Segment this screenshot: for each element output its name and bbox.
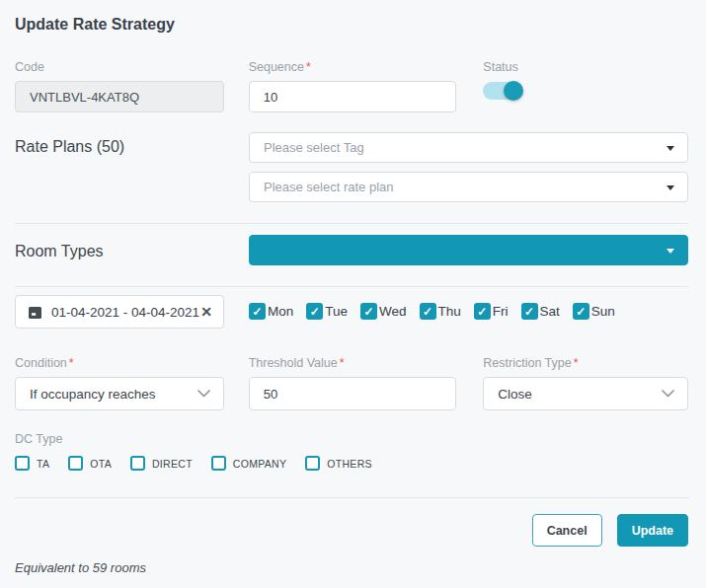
chevron-down-icon: [197, 390, 210, 398]
checkbox-sat[interactable]: ✓ Sat: [521, 303, 560, 320]
code-field: [15, 81, 224, 112]
required-asterisk: *: [69, 356, 74, 370]
cancel-button[interactable]: Cancel: [532, 514, 602, 547]
row-room-types: Room Types: [15, 235, 688, 265]
row-date-days: 01-04-2021 - 04-04-2021 ✕ ✓ Mon ✓ Tue ✓ …: [15, 295, 688, 329]
checked-checkbox-icon: ✓: [474, 303, 491, 320]
status-field-group: Status: [483, 60, 688, 101]
unchecked-checkbox-icon: [68, 456, 83, 471]
date-range-value: 01-04-2021 - 04-04-2021: [51, 305, 200, 320]
required-asterisk: *: [306, 60, 311, 74]
rate-plans-label: Rate Plans (50): [15, 132, 249, 156]
divider: [15, 497, 688, 498]
page-title: Update Rate Strategy: [15, 16, 688, 34]
checked-checkbox-icon: ✓: [573, 303, 589, 320]
sequence-label: Sequence: [249, 60, 304, 74]
room-types-label: Room Types: [15, 235, 249, 260]
required-asterisk: *: [340, 356, 345, 370]
sequence-field[interactable]: [249, 81, 457, 112]
threshold-label: Threshold Value: [249, 356, 338, 370]
checkbox-thu[interactable]: ✓ Thu: [420, 303, 461, 320]
status-label: Status: [483, 60, 688, 74]
checkbox-sun[interactable]: ✓ Sun: [573, 303, 615, 320]
date-range-input[interactable]: 01-04-2021 - 04-04-2021 ✕: [15, 295, 224, 329]
checked-checkbox-icon: ✓: [249, 303, 266, 320]
update-button[interactable]: Update: [617, 514, 688, 547]
unchecked-checkbox-icon: [305, 456, 320, 471]
chevron-down-icon: [662, 390, 674, 398]
rate-plan-select[interactable]: Please select rate plan: [249, 172, 688, 202]
threshold-field-group: Threshold Value*: [249, 356, 457, 410]
checked-checkbox-icon: ✓: [420, 303, 436, 320]
weekday-checkboxes: ✓ Mon ✓ Tue ✓ Wed ✓ Thu ✓ Fri ✓ Sat: [249, 295, 615, 320]
rooms-equivalent-note: Equivalent to 59 rooms: [15, 560, 688, 575]
row-code-sequence-status: Code Sequence* Status: [15, 60, 688, 112]
caret-down-icon: [667, 249, 674, 254]
condition-select[interactable]: If occupancy reaches: [15, 377, 224, 410]
restriction-type-value: Close: [498, 387, 532, 402]
checkbox-company[interactable]: COMPANY: [211, 456, 286, 471]
checkbox-direct[interactable]: DIRECT: [130, 456, 193, 471]
calendar-icon: [28, 305, 42, 320]
row-condition-threshold-restriction: Condition* If occupancy reaches Threshol…: [15, 356, 688, 410]
checkbox-mon[interactable]: ✓ Mon: [249, 303, 293, 320]
checked-checkbox-icon: ✓: [360, 303, 377, 320]
status-toggle[interactable]: [483, 81, 522, 101]
sequence-field-group: Sequence*: [249, 60, 457, 112]
divider: [15, 286, 688, 287]
code-label: Code: [15, 60, 224, 74]
dc-type-options: TA OTA DIRECT COMPANY OTHERS: [15, 456, 688, 471]
code-field-group: Code: [15, 60, 224, 112]
row-rate-plans: Rate Plans (50) Please select Tag Please…: [15, 132, 688, 202]
checkbox-ta[interactable]: TA: [15, 456, 49, 471]
checked-checkbox-icon: ✓: [306, 303, 323, 320]
checkbox-others[interactable]: OTHERS: [305, 456, 372, 471]
caret-down-icon: [667, 185, 674, 190]
checkbox-ota[interactable]: OTA: [68, 456, 112, 471]
dc-type-group: DC Type TA OTA DIRECT COMPANY OTHERS: [15, 432, 688, 471]
room-types-select[interactable]: [249, 235, 688, 265]
condition-label: Condition: [15, 356, 67, 370]
restriction-field-group: Restriction Type* Close: [483, 356, 688, 410]
action-buttons: Cancel Update: [15, 514, 688, 547]
condition-value: If occupancy reaches: [30, 387, 156, 402]
unchecked-checkbox-icon: [130, 456, 145, 471]
clear-date-icon[interactable]: ✕: [200, 305, 212, 319]
toggle-knob: [504, 81, 523, 101]
checked-checkbox-icon: ✓: [521, 303, 538, 320]
tag-select-placeholder: Please select Tag: [264, 140, 364, 155]
dc-type-label: DC Type: [15, 432, 688, 446]
checkbox-fri[interactable]: ✓ Fri: [474, 303, 509, 320]
unchecked-checkbox-icon: [15, 456, 30, 471]
divider: [15, 223, 688, 224]
unchecked-checkbox-icon: [211, 456, 226, 471]
caret-down-icon: [667, 146, 674, 151]
condition-field-group: Condition* If occupancy reaches: [15, 356, 224, 410]
checkbox-tue[interactable]: ✓ Tue: [306, 303, 348, 320]
update-rate-strategy-form: Update Rate Strategy Code Sequence* Stat…: [0, 0, 706, 575]
restriction-type-select[interactable]: Close: [483, 377, 688, 410]
tag-select[interactable]: Please select Tag: [249, 132, 688, 163]
rate-plan-select-placeholder: Please select rate plan: [264, 180, 394, 194]
restriction-type-label: Restriction Type: [483, 356, 571, 370]
threshold-field[interactable]: [249, 377, 457, 410]
required-asterisk: *: [574, 356, 579, 370]
checkbox-wed[interactable]: ✓ Wed: [360, 303, 407, 320]
